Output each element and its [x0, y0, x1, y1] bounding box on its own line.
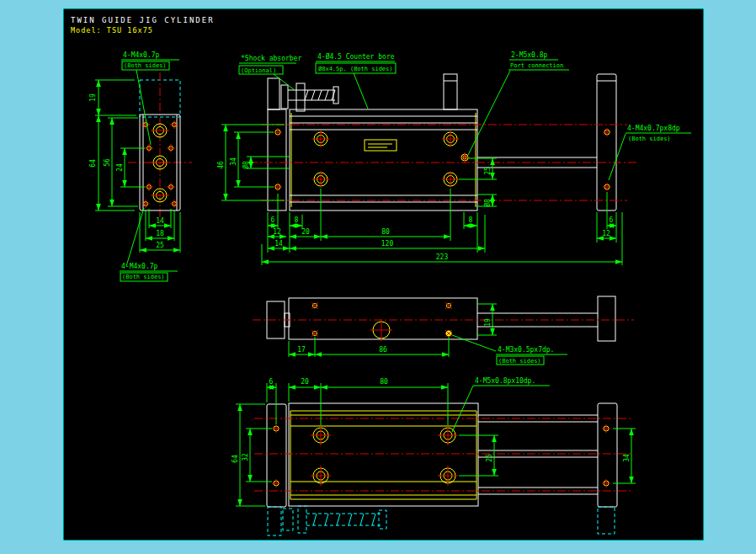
callout-m3-note: (Both sides): [498, 358, 541, 365]
dim-dia8-guide: Ø8: [242, 161, 250, 169]
dim-64: 64: [232, 455, 239, 463]
dim-8-right: 8: [469, 216, 473, 224]
callout-end-tap: 4-M4x0.7px8dp: [627, 125, 680, 132]
dim-19: 19: [484, 318, 492, 327]
callout-counterbore-note: Ø8x4.5p. (Both sides): [318, 66, 393, 72]
dim-64: 64: [89, 159, 97, 168]
callout-end-tap-note: (Both sides): [628, 136, 671, 142]
dim-18: 18: [156, 230, 164, 237]
callout-shock: *Shock absorber: [241, 55, 301, 62]
model-number: Model: TSU 16x75: [71, 26, 153, 35]
dim-14: 14: [156, 217, 164, 225]
callout-port: 2-M5x0.8p: [511, 51, 548, 59]
callout-m4-top-note: (Both sides): [124, 62, 167, 69]
dim-14: 14: [274, 240, 283, 248]
callout-shock-note: (Optional): [241, 67, 276, 74]
drawing-title: TWIN GUIDE JIG CYLINDER: [71, 16, 215, 24]
dim-32: 32: [242, 453, 249, 461]
dim-25: 25: [156, 242, 164, 249]
callout-m4-top: 4-M4x0.7p: [123, 51, 160, 59]
dim-46: 46: [217, 161, 225, 169]
dim-17: 17: [297, 346, 306, 354]
dim-80: 80: [381, 228, 390, 236]
dim-12-end: 12: [602, 230, 610, 237]
dim-12-left: 12: [273, 228, 281, 236]
callout-m5: 4-M5x0.8px10dp.: [475, 377, 535, 385]
callout-m4-bottom-note: (Both sides): [122, 274, 165, 280]
dim-20: 20: [301, 228, 310, 236]
dim-20: 20: [301, 378, 309, 386]
dim-8-left: 8: [295, 216, 299, 224]
dim-80: 80: [380, 378, 388, 386]
dim-34: 34: [230, 157, 237, 166]
callout-m3: 4-M3x0.5px7dp.: [498, 346, 554, 354]
dim-86: 86: [379, 346, 387, 354]
dim-120: 120: [381, 240, 394, 248]
dim-24: 24: [116, 163, 124, 172]
dim-25: 25: [484, 167, 492, 175]
dim-223: 223: [436, 253, 449, 261]
dim-19: 19: [89, 93, 97, 102]
dim-56: 56: [104, 158, 111, 167]
dim-6-end: 6: [610, 216, 614, 224]
dim-25: 25: [486, 454, 493, 462]
callout-port-note: Port connection: [510, 62, 563, 69]
cad-viewer: TWIN GUIDE JIG CYLINDER Model: TSU 16x75: [0, 0, 756, 554]
dim-6: 6: [269, 378, 274, 386]
dim-dia8-rod: Ø8: [483, 199, 492, 207]
dim-6-left: 6: [271, 216, 275, 224]
callout-counterbore: 4-Ø4.5 Counter bore: [317, 52, 395, 61]
dim-34: 34: [623, 454, 631, 462]
